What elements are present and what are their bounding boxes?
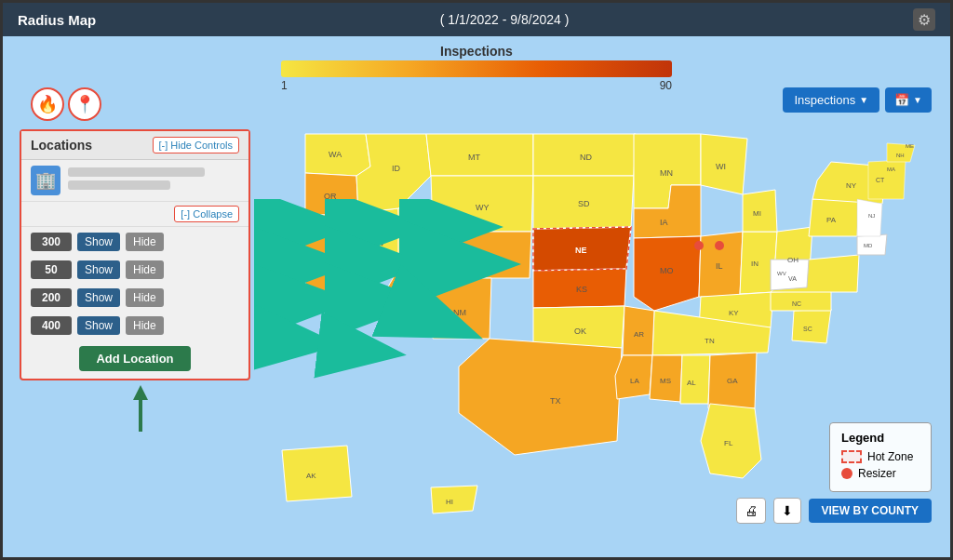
hide-button-0[interactable]: Hide bbox=[126, 233, 164, 251]
svg-text:FL: FL bbox=[724, 439, 733, 447]
legend-resizer-item: Resizer bbox=[841, 467, 919, 480]
radius-badge-1: 50 bbox=[31, 260, 72, 279]
map-bottom-buttons: 🖨 ⬇ VIEW BY COUNTY bbox=[736, 498, 932, 524]
svg-text:NC: NC bbox=[792, 300, 801, 307]
svg-text:LA: LA bbox=[630, 377, 639, 385]
legend-resizer-label: Resizer bbox=[858, 467, 896, 480]
location-building-icon: 🏢 bbox=[31, 166, 60, 195]
location-text-line-1 bbox=[68, 167, 205, 177]
show-button-1[interactable]: Show bbox=[77, 260, 120, 279]
legend-hot-zone-icon bbox=[841, 450, 862, 463]
svg-text:WA: WA bbox=[329, 150, 342, 159]
svg-text:MD: MD bbox=[864, 243, 873, 248]
svg-text:MT: MT bbox=[468, 153, 480, 162]
svg-text:AK: AK bbox=[306, 472, 316, 480]
main-content: Inspections 1 90 🔥 📍 Locations [-] Hide … bbox=[3, 36, 950, 557]
svg-text:OH: OH bbox=[787, 256, 799, 264]
svg-text:AZ: AZ bbox=[403, 299, 414, 308]
app-window: Radius Map ( 1/1/2022 - 9/8/2024 ) ⚙ Ins… bbox=[0, 0, 953, 560]
hide-controls-button[interactable]: [-] Hide Controls bbox=[153, 137, 239, 153]
svg-text:AR: AR bbox=[634, 330, 644, 339]
hide-button-1[interactable]: Hide bbox=[126, 260, 164, 279]
view-county-button[interactable]: VIEW BY COUNTY bbox=[809, 499, 932, 523]
svg-text:AL: AL bbox=[687, 379, 696, 387]
svg-text:NV: NV bbox=[373, 238, 385, 247]
map-area: Inspections 1 90 🔥 📍 Locations [-] Hide … bbox=[3, 36, 950, 557]
radius-row-2: 200 Show Hide bbox=[21, 285, 248, 311]
svg-text:WV: WV bbox=[777, 271, 786, 276]
map-bottom-right: Legend Hot Zone Resizer 🖨 ⬇ VIEW BY COUN… bbox=[736, 422, 932, 524]
svg-text:CT: CT bbox=[876, 177, 885, 183]
svg-text:ID: ID bbox=[392, 164, 401, 173]
svg-text:NM: NM bbox=[453, 308, 466, 317]
add-location-button[interactable]: Add Location bbox=[79, 346, 190, 371]
svg-text:PA: PA bbox=[826, 216, 837, 224]
svg-text:VA: VA bbox=[788, 275, 797, 282]
show-button-2[interactable]: Show bbox=[77, 288, 120, 307]
legend-title: Legend bbox=[841, 431, 919, 445]
hide-button-2[interactable]: Hide bbox=[126, 288, 164, 307]
color-bar-container: Inspections 1 90 bbox=[281, 44, 672, 92]
inspections-dropdown-button[interactable]: Inspections ▼ bbox=[783, 87, 879, 113]
svg-marker-0 bbox=[133, 385, 148, 400]
svg-text:IA: IA bbox=[660, 218, 668, 227]
svg-text:NH: NH bbox=[896, 153, 905, 158]
radius-badge-0: 300 bbox=[31, 233, 72, 251]
flame-icon-circle[interactable]: 🔥 bbox=[31, 87, 64, 121]
svg-text:SD: SD bbox=[578, 199, 590, 208]
svg-text:GA: GA bbox=[727, 377, 738, 385]
print-button[interactable]: 🖨 bbox=[736, 498, 766, 524]
color-bar bbox=[281, 60, 672, 77]
svg-text:ME: ME bbox=[906, 143, 914, 149]
svg-marker-47 bbox=[431, 486, 477, 513]
svg-text:NE: NE bbox=[575, 246, 587, 255]
inspections-dropdown-label: Inspections bbox=[794, 93, 855, 107]
svg-text:ND: ND bbox=[580, 153, 592, 162]
svg-text:IL: IL bbox=[716, 261, 723, 271]
show-button-3[interactable]: Show bbox=[77, 316, 120, 335]
controls-header: Locations [-] Hide Controls bbox=[21, 131, 248, 160]
pin-icon-circle[interactable]: 📍 bbox=[68, 87, 101, 121]
map-icon-circles: 🔥 📍 bbox=[31, 87, 101, 121]
svg-text:NJ: NJ bbox=[868, 213, 875, 219]
radius-row-1: 50 Show Hide bbox=[21, 257, 248, 283]
svg-text:KY: KY bbox=[729, 309, 739, 317]
svg-text:SC: SC bbox=[803, 326, 812, 332]
svg-text:WY: WY bbox=[476, 203, 490, 212]
svg-text:MN: MN bbox=[660, 168, 673, 178]
color-bar-label: Inspections bbox=[281, 44, 672, 59]
svg-text:OR: OR bbox=[324, 192, 337, 201]
svg-rect-1 bbox=[139, 400, 142, 432]
gear-icon[interactable]: ⚙ bbox=[913, 8, 935, 31]
svg-text:TX: TX bbox=[550, 396, 561, 406]
title-bar: Radius Map ( 1/1/2022 - 9/8/2024 ) ⚙ bbox=[3, 3, 950, 36]
svg-text:MO: MO bbox=[660, 266, 674, 275]
legend-hot-zone-label: Hot Zone bbox=[867, 450, 913, 463]
radius-badge-3: 400 bbox=[31, 316, 72, 335]
svg-text:CA: CA bbox=[319, 255, 331, 264]
color-bar-ticks: 1 90 bbox=[281, 79, 672, 92]
collapse-row: [-] Collapse bbox=[21, 202, 248, 227]
location-text-block bbox=[68, 167, 239, 193]
legend-hot-zone-item: Hot Zone bbox=[841, 450, 919, 463]
svg-text:HI: HI bbox=[446, 498, 453, 506]
radius-badge-2: 200 bbox=[31, 288, 72, 307]
app-title: Radius Map bbox=[18, 12, 96, 28]
add-location-arrow bbox=[131, 385, 150, 432]
show-button-0[interactable]: Show bbox=[77, 233, 120, 251]
svg-text:NY: NY bbox=[846, 181, 857, 190]
download-button[interactable]: ⬇ bbox=[773, 498, 801, 524]
map-top-right: Inspections ▼ 📅 ▼ bbox=[783, 87, 932, 113]
svg-text:CO: CO bbox=[476, 252, 489, 261]
collapse-button[interactable]: [-] Collapse bbox=[174, 206, 239, 222]
controls-panel: Locations [-] Hide Controls 🏢 [-] Collap… bbox=[20, 129, 250, 380]
calendar-button[interactable]: 📅 ▼ bbox=[885, 87, 932, 113]
svg-point-96 bbox=[694, 241, 704, 250]
svg-text:MI: MI bbox=[753, 209, 761, 218]
svg-text:TN: TN bbox=[705, 337, 715, 345]
svg-text:UT: UT bbox=[410, 238, 422, 247]
hide-button-3[interactable]: Hide bbox=[126, 316, 164, 335]
location-text-line-2 bbox=[68, 180, 170, 190]
color-bar-min: 1 bbox=[281, 79, 288, 92]
inspections-dropdown-arrow: ▼ bbox=[859, 95, 868, 105]
